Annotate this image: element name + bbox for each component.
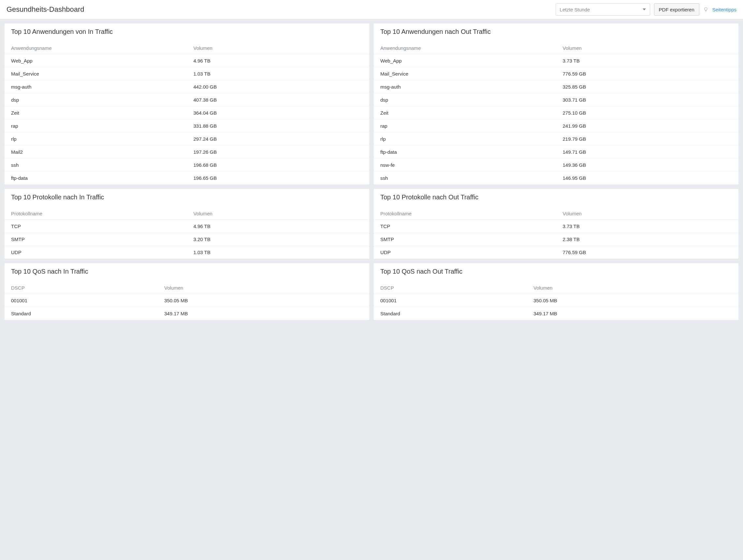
panel-title: Top 10 QoS nach In Traffic — [11, 268, 363, 275]
table-row[interactable]: Web_App3.73 TB — [374, 54, 738, 67]
table-row[interactable]: nsw-fe149.36 GB — [374, 159, 738, 172]
cell-name: TCP — [374, 220, 556, 233]
export-pdf-button[interactable]: PDF exportieren — [654, 3, 699, 16]
cell-volume: 442.00 GB — [187, 81, 369, 93]
table-row[interactable]: rap331.88 GB — [5, 120, 369, 133]
table-row[interactable]: rap241.99 GB — [374, 120, 738, 133]
cell-name: UDP — [374, 246, 556, 259]
table-row[interactable]: ftp-data149.71 GB — [374, 146, 738, 159]
table-header-name[interactable]: Anwendungsname — [5, 42, 187, 54]
table-row[interactable]: 001001350.05 MB — [5, 294, 369, 307]
cell-volume: 349.17 MB — [527, 307, 738, 320]
table-row[interactable]: 001001350.05 MB — [374, 294, 738, 307]
table-row[interactable]: Zeit364.04 GB — [5, 106, 369, 120]
table-apps-out: Anwendungsname Volumen Web_App3.73 TBMai… — [374, 42, 738, 184]
panel-title: Top 10 QoS nach Out Traffic — [380, 268, 732, 275]
time-range-value: Letzte Stunde — [560, 7, 590, 12]
table-row[interactable]: rlp219.79 GB — [374, 133, 738, 146]
cell-name: UDP — [5, 246, 187, 259]
cell-name: Web_App — [374, 54, 556, 67]
table-row[interactable]: msg-auth442.00 GB — [5, 81, 369, 93]
page-title: Gesundheits-Dashboard — [6, 5, 552, 14]
table-row[interactable]: TCP4.96 TB — [5, 220, 369, 233]
cell-volume: 197.26 GB — [187, 146, 369, 159]
cell-name: Standard — [374, 307, 527, 320]
cell-volume: 350.05 MB — [527, 294, 738, 307]
cell-name: Mail_Service — [374, 67, 556, 81]
table-row[interactable]: Standard349.17 MB — [374, 307, 738, 320]
table-header-volume[interactable]: Volumen — [158, 282, 369, 294]
cell-name: nsw-fe — [374, 159, 556, 172]
cell-name: dsp — [5, 93, 187, 106]
cell-name: 001001 — [5, 294, 158, 307]
cell-volume: 776.59 GB — [556, 246, 739, 259]
cell-name: SMTP — [374, 233, 556, 246]
table-header-volume[interactable]: Volumen — [556, 207, 739, 220]
table-proto-in: Protokollname Volumen TCP4.96 TBSMTP3.20… — [5, 207, 369, 259]
panel-apps-in: Top 10 Anwendungen von In Traffic Anwend… — [5, 24, 369, 184]
cell-name: rap — [5, 120, 187, 133]
table-apps-in: Anwendungsname Volumen Web_App4.96 TBMai… — [5, 42, 369, 184]
cell-volume: 349.17 MB — [158, 307, 369, 320]
cell-name: Mail_Service — [5, 67, 187, 81]
table-row[interactable]: rlp297.24 GB — [5, 133, 369, 146]
table-row[interactable]: Mail_Service1.03 TB — [5, 67, 369, 81]
cell-volume: 196.65 GB — [187, 172, 369, 185]
panel-qos-out: Top 10 QoS nach Out Traffic DSCP Volumen… — [374, 263, 738, 320]
table-header-name[interactable]: DSCP — [374, 282, 527, 294]
cell-volume: 219.79 GB — [556, 133, 739, 146]
cell-name: rlp — [374, 133, 556, 146]
page-tips-link[interactable]: Seitentipps — [712, 7, 737, 12]
table-row[interactable]: Mail2197.26 GB — [5, 146, 369, 159]
cell-volume: 331.88 GB — [187, 120, 369, 133]
table-header-name[interactable]: Anwendungsname — [374, 42, 556, 54]
cell-volume: 275.10 GB — [556, 106, 739, 120]
time-range-select[interactable]: Letzte Stunde — [556, 3, 650, 16]
cell-volume: 149.36 GB — [556, 159, 739, 172]
lightbulb-icon — [703, 7, 708, 12]
table-row[interactable]: Standard349.17 MB — [5, 307, 369, 320]
cell-volume: 196.68 GB — [187, 159, 369, 172]
table-row[interactable]: UDP1.03 TB — [5, 246, 369, 259]
table-row[interactable]: dsp407.38 GB — [5, 93, 369, 106]
table-header-name[interactable]: Protokollname — [5, 207, 187, 220]
table-header-volume[interactable]: Volumen — [527, 282, 738, 294]
table-header-name[interactable]: Protokollname — [374, 207, 556, 220]
table-row[interactable]: SMTP3.20 TB — [5, 233, 369, 246]
table-row[interactable]: SMTP2.38 TB — [374, 233, 738, 246]
table-row[interactable]: ssh196.68 GB — [5, 159, 369, 172]
table-qos-out: DSCP Volumen 001001350.05 MBStandard349.… — [374, 282, 738, 320]
cell-volume: 4.96 TB — [187, 220, 369, 233]
cell-name: Zeit — [374, 106, 556, 120]
cell-volume: 407.38 GB — [187, 93, 369, 106]
table-header-name[interactable]: DSCP — [5, 282, 158, 294]
table-row[interactable]: ftp-data196.65 GB — [5, 172, 369, 185]
table-header-volume[interactable]: Volumen — [556, 42, 739, 54]
cell-name: msg-auth — [374, 81, 556, 93]
cell-name: Zeit — [5, 106, 187, 120]
table-qos-in: DSCP Volumen 001001350.05 MBStandard349.… — [5, 282, 369, 320]
table-header-volume[interactable]: Volumen — [187, 42, 369, 54]
cell-volume: 2.38 TB — [556, 233, 739, 246]
cell-name: SMTP — [5, 233, 187, 246]
table-row[interactable]: UDP776.59 GB — [374, 246, 738, 259]
cell-name: ssh — [5, 159, 187, 172]
table-row[interactable]: ssh146.95 GB — [374, 172, 738, 185]
panel-qos-in: Top 10 QoS nach In Traffic DSCP Volumen … — [5, 263, 369, 320]
cell-name: rap — [374, 120, 556, 133]
table-row[interactable]: TCP3.73 TB — [374, 220, 738, 233]
panel-title: Top 10 Anwendungen von In Traffic — [11, 28, 363, 36]
cell-volume: 776.59 GB — [556, 67, 739, 81]
table-row[interactable]: Mail_Service776.59 GB — [374, 67, 738, 81]
cell-name: ftp-data — [5, 172, 187, 185]
table-header-volume[interactable]: Volumen — [187, 207, 369, 220]
cell-name: rlp — [5, 133, 187, 146]
cell-name: Web_App — [5, 54, 187, 67]
cell-volume: 1.03 TB — [187, 246, 369, 259]
table-row[interactable]: Web_App4.96 TB — [5, 54, 369, 67]
table-row[interactable]: msg-auth325.85 GB — [374, 81, 738, 93]
panel-proto-in: Top 10 Protokolle nach In Traffic Protok… — [5, 189, 369, 259]
cell-volume: 241.99 GB — [556, 120, 739, 133]
table-row[interactable]: dsp303.71 GB — [374, 93, 738, 106]
table-row[interactable]: Zeit275.10 GB — [374, 106, 738, 120]
